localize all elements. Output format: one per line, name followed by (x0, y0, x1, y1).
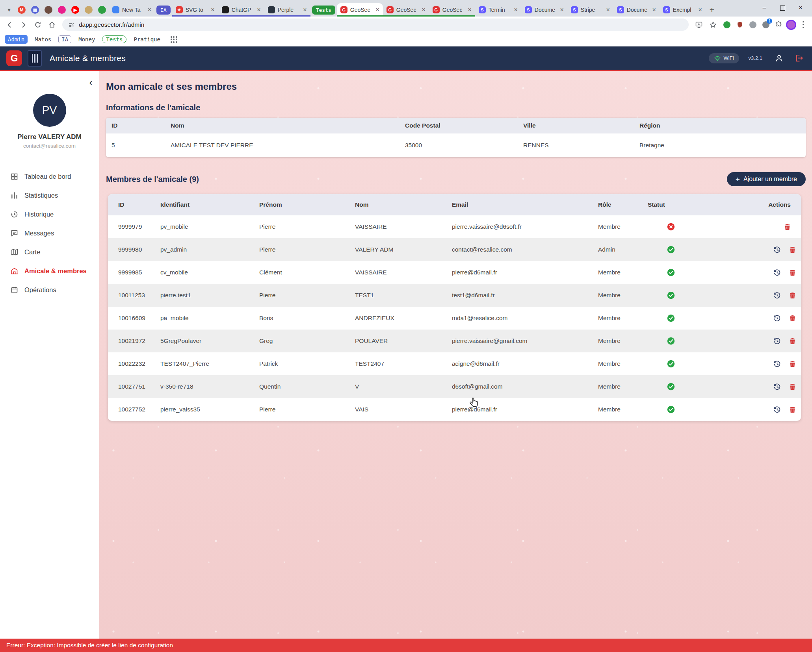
member-prenom: Greg (256, 330, 352, 352)
window-minimize-button[interactable]: – (755, 0, 773, 16)
sidebar-collapse-icon[interactable]: ‹ (89, 77, 93, 87)
tab-close-icon[interactable]: × (652, 6, 656, 13)
restore-member-icon[interactable] (773, 314, 781, 322)
bookmark-admin[interactable]: Admin (5, 35, 28, 44)
tab-close-icon[interactable]: × (606, 6, 609, 13)
member-email: d6soft@gmail.com (449, 375, 595, 398)
sidebar-item-historique[interactable]: Historique (0, 205, 99, 224)
window-close-button[interactable]: × (792, 0, 810, 16)
bookmark-matos[interactable]: Matos (32, 35, 54, 44)
delete-member-icon[interactable] (788, 291, 797, 300)
member-row: 9999980pv_adminPierreVALERY ADMcontact@r… (108, 238, 801, 261)
tab-search-chevron-icon[interactable]: ▾ (3, 3, 15, 17)
url-text[interactable]: dapp.geosector.fr/admin (79, 21, 144, 28)
tab-close-icon[interactable]: × (148, 6, 151, 13)
tab-group-ia[interactable]: IA (156, 6, 171, 15)
browser-tab[interactable]: SStripe× (567, 3, 613, 17)
tab-close-icon[interactable]: × (514, 6, 517, 13)
tab-close-icon[interactable]: × (211, 6, 214, 13)
tab-close-icon[interactable]: × (560, 6, 563, 13)
bookmark-ia[interactable]: IA (58, 35, 71, 43)
restore-member-icon[interactable] (773, 269, 781, 277)
site-settings-icon[interactable] (68, 21, 75, 28)
extension-badge-icon[interactable]: 1 (760, 19, 771, 30)
browser-tab[interactable]: SDocume× (521, 3, 567, 17)
pinned-tab-gmail[interactable]: M (15, 3, 28, 17)
browser-tab[interactable]: SExempl× (660, 3, 706, 17)
new-tab-button[interactable]: + (706, 3, 718, 17)
pinned-tab-green-app[interactable] (95, 3, 109, 17)
restore-member-icon[interactable] (773, 360, 781, 368)
browser-tab[interactable]: GGeoSec× (429, 3, 475, 17)
info-cell: RENNES (518, 133, 634, 157)
pinned-tab-claude[interactable] (82, 3, 95, 17)
bookmark-pratique[interactable]: Pratique (130, 35, 163, 44)
member-email: pierre@d6mail.fr (449, 398, 595, 421)
logout-icon[interactable] (792, 51, 806, 65)
sidebar-item-operations[interactable]: Opérations (0, 280, 99, 299)
restore-member-icon[interactable] (773, 291, 781, 300)
extension-gray-icon[interactable] (747, 19, 758, 30)
back-icon[interactable] (3, 19, 16, 31)
sidebar-item-statistiques[interactable]: Statistiques (0, 186, 99, 205)
bookmark-star-icon[interactable] (707, 19, 719, 31)
sidebar-item-carte[interactable]: Carte (0, 243, 99, 261)
pinned-tab-workspace[interactable]: ▦ (28, 3, 42, 17)
apps-grid-icon[interactable] (171, 36, 177, 43)
tab-group-tests[interactable]: Tests (312, 6, 335, 15)
restore-member-icon[interactable] (773, 246, 781, 254)
sidebar-item-amicale-membres[interactable]: Amicale & membres (0, 261, 99, 280)
delete-member-icon[interactable] (788, 314, 797, 322)
tab-close-icon[interactable]: × (257, 6, 260, 13)
tab-close-icon[interactable]: × (375, 6, 379, 13)
address-bar[interactable]: dapp.geosector.fr/admin (62, 19, 689, 31)
delete-member-icon[interactable] (783, 223, 792, 231)
browser-menu-icon[interactable] (798, 19, 809, 30)
delete-member-icon[interactable] (788, 337, 797, 345)
refresh-icon[interactable] (32, 19, 44, 31)
member-prenom: Clément (256, 261, 352, 284)
delete-member-icon[interactable] (788, 383, 797, 391)
profile-avatar[interactable] (786, 20, 796, 30)
sidebar-item-tableau-de-bord[interactable]: Tableau de bord (0, 167, 99, 186)
pinned-tab-pink-app[interactable] (55, 3, 69, 17)
home-icon[interactable] (46, 19, 58, 31)
delete-member-icon[interactable] (788, 246, 797, 254)
pinned-tab-youtube[interactable]: ▶ (69, 3, 82, 17)
browser-tab[interactable]: Perple× (264, 3, 310, 17)
extension-green-icon[interactable] (721, 19, 732, 30)
member-id: 9999985 (108, 261, 157, 284)
browser-tab[interactable]: ✳SVG to× (172, 3, 218, 17)
restore-member-icon[interactable] (773, 337, 781, 345)
browser-tab[interactable]: GGeoSec× (337, 3, 383, 17)
pinned-tab-github[interactable] (42, 3, 55, 17)
browser-tab[interactable]: ChatGP× (218, 3, 264, 17)
browser-tab[interactable]: New Ta× (109, 3, 155, 17)
browser-tab[interactable]: STermin× (475, 3, 521, 17)
puzzle-extensions-icon[interactable] (773, 19, 784, 30)
tab-close-icon[interactable]: × (698, 6, 702, 13)
delete-member-icon[interactable] (788, 360, 797, 368)
browser-tab[interactable]: GGeoSec× (383, 3, 429, 17)
tab-close-icon[interactable]: × (468, 6, 471, 13)
forward-icon[interactable] (17, 19, 30, 31)
extension-shield-icon[interactable] (734, 19, 745, 30)
install-app-icon[interactable] (693, 19, 705, 31)
window-maximize-button[interactable] (773, 0, 792, 16)
account-icon[interactable] (772, 51, 786, 65)
delete-member-icon[interactable] (788, 269, 797, 277)
delete-member-icon[interactable] (788, 406, 797, 414)
restore-member-icon[interactable] (773, 406, 781, 414)
error-text: Erreur: Exception: Impossible de créer l… (6, 642, 173, 649)
tab-close-icon[interactable]: × (422, 6, 425, 13)
sidebar-item-messages[interactable]: Messages (0, 224, 99, 243)
tab-close-icon[interactable]: × (303, 6, 307, 13)
browser-tab[interactable]: SDocume× (613, 3, 660, 17)
maximize-icon (780, 6, 785, 11)
add-member-button[interactable]: + Ajouter un membre (727, 172, 806, 186)
restore-member-icon[interactable] (773, 383, 781, 391)
wifi-label: WiFi (724, 55, 734, 61)
bookmark-tests[interactable]: Tests (102, 35, 126, 43)
bookmark-money[interactable]: Money (75, 35, 98, 44)
members-icon (10, 267, 19, 275)
